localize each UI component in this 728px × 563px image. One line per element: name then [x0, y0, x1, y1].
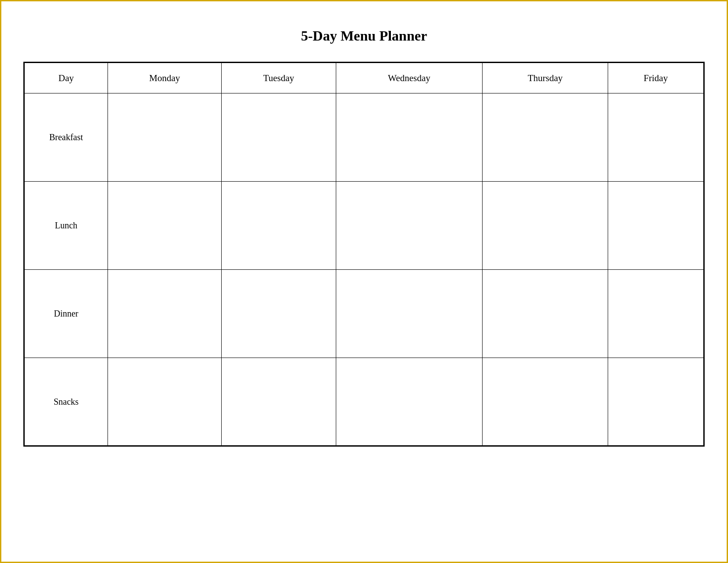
breakfast-friday[interactable] — [608, 93, 704, 182]
lunch-tuesday[interactable] — [222, 182, 336, 270]
breakfast-tuesday[interactable] — [222, 93, 336, 182]
dinner-friday[interactable] — [608, 270, 704, 358]
lunch-row: Lunch — [24, 182, 704, 270]
dinner-tuesday[interactable] — [222, 270, 336, 358]
snacks-monday[interactable] — [108, 358, 222, 446]
dinner-wednesday[interactable] — [336, 270, 483, 358]
col-header-thursday: Thursday — [483, 63, 608, 93]
col-header-friday: Friday — [608, 63, 704, 93]
dinner-row: Dinner — [24, 270, 704, 358]
menu-planner-table: Day Monday Tuesday Wednesday Thursday Fr… — [23, 62, 705, 447]
page-title: 5-Day Menu Planner — [301, 28, 427, 44]
breakfast-row: Breakfast — [24, 93, 704, 182]
dinner-monday[interactable] — [108, 270, 222, 358]
col-header-day: Day — [24, 63, 108, 93]
breakfast-thursday[interactable] — [483, 93, 608, 182]
lunch-label: Lunch — [24, 182, 108, 270]
lunch-thursday[interactable] — [483, 182, 608, 270]
breakfast-wednesday[interactable] — [336, 93, 483, 182]
dinner-thursday[interactable] — [483, 270, 608, 358]
lunch-monday[interactable] — [108, 182, 222, 270]
header-row: Day Monday Tuesday Wednesday Thursday Fr… — [24, 63, 704, 93]
lunch-friday[interactable] — [608, 182, 704, 270]
snacks-wednesday[interactable] — [336, 358, 483, 446]
col-header-wednesday: Wednesday — [336, 63, 483, 93]
snacks-friday[interactable] — [608, 358, 704, 446]
breakfast-label: Breakfast — [24, 93, 108, 182]
col-header-tuesday: Tuesday — [222, 63, 336, 93]
breakfast-monday[interactable] — [108, 93, 222, 182]
dinner-label: Dinner — [24, 270, 108, 358]
snacks-thursday[interactable] — [483, 358, 608, 446]
snacks-label: Snacks — [24, 358, 108, 446]
snacks-row: Snacks — [24, 358, 704, 446]
lunch-wednesday[interactable] — [336, 182, 483, 270]
snacks-tuesday[interactable] — [222, 358, 336, 446]
col-header-monday: Monday — [108, 63, 222, 93]
